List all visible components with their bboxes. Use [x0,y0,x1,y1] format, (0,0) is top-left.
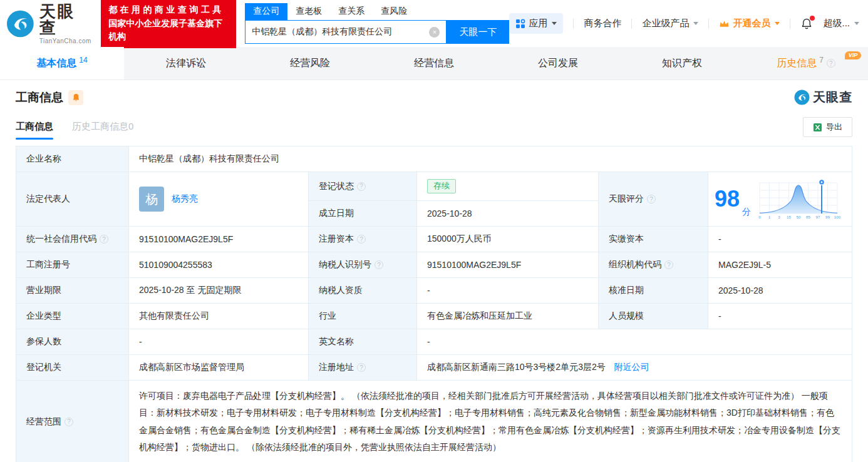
table-row: 企业名称 中铝乾星（成都）科技有限责任公司 [16,146,852,172]
company-nav-tabs: 基本信息 14 法律诉讼 经营风险 经营信息 公司发展 知识产权 VIP 历史信… [0,47,868,80]
table-row: 营业期限 2025-10-28 至 无固定期限 纳税人资质 - 核准日期 202… [16,278,852,304]
tab-basic-info[interactable]: 基本信息 14 [0,47,124,80]
watermark-text: 天眼查 [813,89,852,106]
field-label: 企业名称 [16,146,129,172]
taxpayer-id-value: 91510100MAG2EJ9L5F [417,252,599,278]
open-vip-label: 开通会员 [733,18,770,29]
divider [790,19,790,29]
apps-menu[interactable]: 应用 [509,13,563,34]
nearby-companies-link[interactable]: 附近公司 [614,362,649,372]
export-button[interactable]: 导出 [803,117,852,137]
subtab-history-business-info[interactable]: 历史工商信息0 [72,121,133,140]
tab-company-development[interactable]: 公司发展 [496,47,620,80]
reg-number-value: 510109004255583 [129,252,309,278]
promo-line2: 国家中小企业发展子基金旗下机构 [108,17,229,44]
taxpayer-quality-value: - [417,278,599,304]
tab-history-info[interactable]: VIP 历史信息 7 ? [744,47,868,80]
apps-grid-icon [515,19,525,29]
search-tab-company[interactable]: 查公司 [245,3,287,20]
table-row: 工商注册号 510109004255583 纳税人识别号? 91510100MA… [16,252,852,278]
field-label: 登记状态? [309,172,417,201]
tab-intellectual-property[interactable]: 知识产权 [620,47,744,80]
search-box: × [245,20,447,44]
monitor-bell-button[interactable] [68,90,83,105]
help-icon[interactable]: ? [65,418,73,426]
svg-text:50: 50 [797,215,801,219]
english-name-value: - [417,329,852,355]
table-row: 企业类型 其他有限责任公司 行业 有色金属冶炼和压延加工业 人员规模 - [16,304,852,329]
field-label: 核准日期 [599,278,708,304]
promo-line1: 都在用的商业查询工具 [108,3,229,17]
logo-swirl-icon [6,9,34,38]
cooperation-label: 商务合作 [584,18,621,29]
avatar[interactable]: 杨 [139,187,164,212]
reg-status-value: 存续 [417,172,599,201]
help-icon[interactable]: ? [827,59,835,68]
tianyancha-logo[interactable]: 天眼查 TianYanCha.com [6,3,92,44]
chart-x-ticks: 0 1 3 15 50 85 97 99 100 [758,215,840,219]
search-button[interactable]: 天眼一下 [447,20,509,44]
help-icon[interactable]: ? [100,235,108,244]
help-icon[interactable]: ? [357,182,366,191]
field-label: 注册地址? [309,355,417,381]
registry-authority-value: 成都高新区市场监督管理局 [129,355,309,381]
enterprise-menu[interactable]: 企业级产品 [642,18,698,29]
tab-legal-litigation[interactable]: 法律诉讼 [124,47,248,80]
tab-label: 经营风险 [290,57,330,70]
search-tab-boss[interactable]: 查老板 [287,3,330,20]
registered-capital-value: 150000万人民币 [417,227,599,252]
enterprise-label: 企业级产品 [642,18,689,29]
help-icon[interactable]: ? [375,260,383,269]
tab-operation-info[interactable]: 经营信息 [372,47,496,80]
field-label-text: 注册地址 [319,362,354,373]
open-vip-menu[interactable]: 开通会员 [719,18,780,29]
svg-text:97: 97 [816,215,820,219]
status-badge: 存续 [427,179,456,193]
caret-down-icon [775,22,780,25]
business-info-table: 企业名称 中铝乾星（成都）科技有限责任公司 法定代表人 杨 杨秀亮 登记状态? … [16,146,852,462]
help-icon[interactable]: ? [664,260,673,269]
svg-text:100: 100 [834,215,841,219]
brand-name: 天眼查 [39,3,92,36]
cooperation-menu[interactable]: 商务合作 [584,18,621,29]
search-tab-relation[interactable]: 查关系 [330,3,373,20]
export-label: 导出 [826,121,842,133]
tab-count: 14 [79,56,87,64]
table-row: 统一社会信用代码? 91510100MAG2EJ9L5F 注册资本? 15000… [16,227,852,252]
notification-bell[interactable] [800,18,813,30]
search-input[interactable] [245,27,429,37]
field-label: 营业期限 [16,278,129,304]
promo-banner: 都在用的商业查询工具 国家中小企业发展子基金旗下机构 [101,0,236,48]
field-label: 成立日期 [309,201,417,227]
field-label-text: 纳税人识别号 [319,259,371,270]
vip-badge: VIP [845,51,862,59]
field-label-text: 经营范围 [26,416,61,428]
svg-text:99: 99 [825,215,830,219]
company-type-value: 其他有限责任公司 [129,304,309,329]
notification-dot [810,16,815,21]
help-icon[interactable]: ? [357,363,366,372]
field-label: 天眼评分? [599,172,708,227]
field-label-text: 登记状态 [319,181,354,192]
field-label: 纳税人资质 [309,278,417,304]
legal-rep-link[interactable]: 杨秀亮 [172,193,198,205]
super-vip-menu[interactable]: 超级... [823,18,859,29]
establish-date-value: 2025-10-28 [417,201,599,227]
svg-text:0: 0 [758,215,761,219]
tab-operation-risk[interactable]: 经营风险 [248,47,372,80]
help-icon[interactable]: ? [647,195,656,203]
field-label-text: 组织机构代码 [609,259,661,270]
caret-down-icon [854,22,859,25]
table-row: 经营范围? 许可项目：废弃电器电子产品处理【分支机构经营】。 （依法须经批准的项… [16,381,852,462]
field-label: 注册资本? [309,227,417,252]
field-label: 统一社会信用代码? [16,227,129,252]
section-title: 工商信息 [16,90,63,106]
clear-search-icon[interactable]: × [429,27,440,38]
score-cell: 98 分 [708,172,852,227]
subtab-business-info[interactable]: 工商信息 [16,121,53,140]
tab-label: 历史信息 [777,57,817,70]
business-term-value: 2025-10-28 至 无固定期限 [129,278,309,304]
help-icon[interactable]: ? [357,235,366,244]
search-tab-risk[interactable]: 查风险 [373,3,415,20]
svg-text:15: 15 [787,215,791,219]
